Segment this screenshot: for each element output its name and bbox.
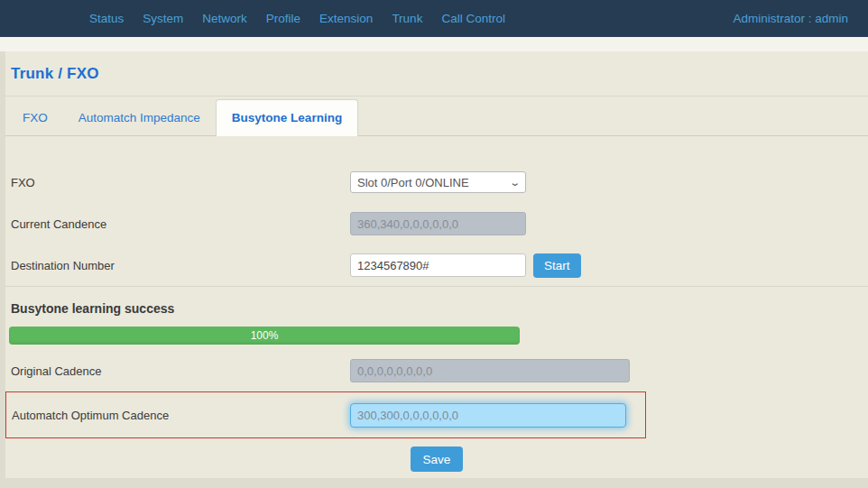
nav-item-profile[interactable]: Profile	[266, 12, 300, 25]
fxo-label: FXO	[5, 176, 350, 189]
title-bar: Trunk / FXO	[5, 51, 868, 97]
logged-in-user-label: Administrator : admin	[733, 12, 868, 25]
destination-number-row: Destination Number Start	[5, 244, 868, 286]
automatch-optimum-cadence-row: Automatch Optimum Cadence	[6, 392, 645, 437]
automatch-optimum-cadence-label: Automatch Optimum Cadence	[6, 409, 350, 422]
learning-progress-bar: 100%	[9, 327, 520, 345]
original-cadence-row: Original Cadence	[5, 350, 868, 391]
current-cadence-field	[350, 212, 526, 235]
save-button[interactable]: Save	[411, 447, 464, 472]
header-gap	[0, 37, 868, 51]
current-cadence-label: Current Candence	[5, 217, 350, 231]
page-title: Trunk / FXO	[5, 65, 99, 83]
fxo-port-selected-value: Slot 0/Port 0/ONLINE	[357, 176, 469, 189]
fxo-port-select[interactable]: Slot 0/Port 0/ONLINE ⌄	[350, 171, 526, 193]
nav-item-status[interactable]: Status	[89, 12, 124, 25]
automatch-attention-box: Automatch Optimum Cadence	[5, 391, 646, 438]
nav-menu: Status System Network Profile Extension …	[0, 12, 505, 25]
tab-bar: FXO Automatch Impedance Busytone Learnin…	[5, 97, 868, 136]
progress-percent-label: 100%	[9, 327, 520, 345]
nav-item-extension[interactable]: Extension	[319, 12, 373, 25]
content-panel: Trunk / FXO FXO Automatch Impedance Busy…	[5, 51, 868, 478]
nav-item-call-control[interactable]: Call Control	[441, 12, 505, 25]
automatch-optimum-cadence-field[interactable]	[350, 403, 626, 428]
learning-result-heading: Busytone learning success	[11, 301, 868, 316]
destination-number-label: Destination Number	[5, 259, 350, 272]
original-cadence-label: Original Cadence	[5, 364, 350, 378]
chevron-down-icon: ⌄	[509, 178, 521, 188]
tab-busytone-learning[interactable]: Busytone Learning	[216, 99, 358, 136]
nav-item-network[interactable]: Network	[202, 12, 247, 25]
tab-fxo[interactable]: FXO	[7, 100, 63, 135]
original-cadence-field	[350, 359, 630, 382]
fxo-row: FXO Slot 0/Port 0/ONLINE ⌄	[5, 161, 868, 203]
nav-item-trunk[interactable]: Trunk	[392, 12, 422, 25]
top-navbar: Status System Network Profile Extension …	[0, 0, 868, 37]
learning-form: FXO Slot 0/Port 0/ONLINE ⌄ Current Cande…	[5, 136, 868, 287]
nav-item-system[interactable]: System	[143, 12, 183, 25]
start-button[interactable]: Start	[533, 253, 581, 278]
destination-number-field[interactable]	[350, 253, 526, 277]
tab-automatch-impedance[interactable]: Automatch Impedance	[63, 100, 216, 135]
current-cadence-row: Current Candence	[5, 203, 868, 244]
